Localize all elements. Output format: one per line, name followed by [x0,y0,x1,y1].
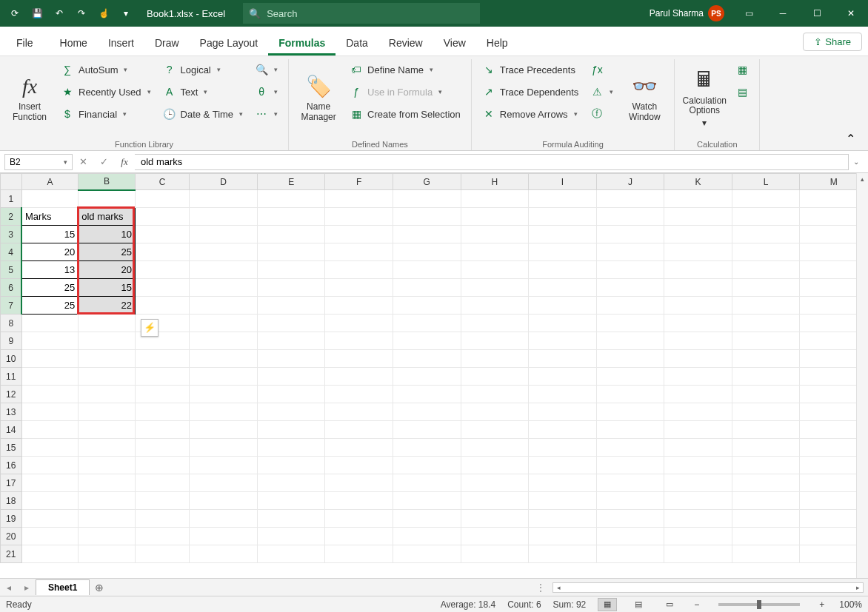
search-box[interactable]: 🔍 Search [243,3,480,24]
column-header-H[interactable]: H [461,174,529,190]
column-header-G[interactable]: G [393,174,461,190]
cell-E15[interactable] [257,439,325,457]
cell-C6[interactable] [135,279,189,297]
cell-D16[interactable] [190,457,258,474]
column-header-F[interactable]: F [325,174,393,190]
cell-A16[interactable] [21,457,79,474]
cell-G7[interactable] [393,297,461,315]
cell-I5[interactable] [529,261,597,279]
column-header-C[interactable]: C [135,174,189,190]
cell-D12[interactable] [190,386,258,403]
cell-G19[interactable] [393,510,461,528]
cell-G4[interactable] [393,243,461,261]
cell-B11[interactable] [79,368,136,386]
cell-K7[interactable] [664,297,732,315]
cell-J21[interactable] [596,545,664,563]
cell-H1[interactable] [461,190,529,208]
cell-H20[interactable] [461,528,529,545]
cell-H17[interactable] [461,474,529,492]
cell-F9[interactable] [325,332,393,350]
cell-J19[interactable] [596,510,664,528]
insert-function-button[interactable]: fx Insert Function [6,59,53,137]
column-header-D[interactable]: D [190,174,258,190]
cell-K20[interactable] [664,528,732,545]
cell-A10[interactable] [21,350,79,368]
cell-A4[interactable]: 20 [21,243,79,261]
cell-I19[interactable] [529,510,597,528]
cell-D18[interactable] [190,492,258,510]
define-name-button[interactable]: 🏷Define Name▾ [345,59,465,80]
cell-E14[interactable] [257,421,325,439]
cell-L10[interactable] [732,350,800,368]
cell-C19[interactable] [135,510,189,528]
spreadsheet-grid[interactable]: ABCDEFGHIJKLM12Marksold marks31510420255… [0,173,868,563]
cell-A14[interactable] [21,421,79,439]
cell-C18[interactable] [135,492,189,510]
cell-D17[interactable] [190,474,258,492]
column-header-I[interactable]: I [529,174,597,190]
cell-A8[interactable] [21,315,79,332]
cell-H7[interactable] [461,297,529,315]
math-button[interactable]: θ▾ [250,81,282,102]
lookup-button[interactable]: 🔍▾ [250,59,282,80]
cell-I6[interactable] [529,279,597,297]
cell-G10[interactable] [393,350,461,368]
cell-A3[interactable]: 15 [21,226,79,243]
row-header-15[interactable]: 15 [1,439,22,457]
cell-G14[interactable] [393,421,461,439]
column-header-B[interactable]: B [79,174,136,190]
zoom-out-button[interactable]: − [691,599,702,610]
cell-A5[interactable]: 13 [21,261,79,279]
cell-E6[interactable] [257,279,325,297]
quick-analysis-icon[interactable]: ⚡ [141,319,158,337]
sheet-divider[interactable]: ⋮ [536,582,547,593]
recently-used-button[interactable]: ★Recently Used▾ [56,81,156,102]
cell-G18[interactable] [393,492,461,510]
cell-A17[interactable] [21,474,79,492]
column-header-E[interactable]: E [257,174,325,190]
cell-K13[interactable] [664,403,732,421]
cell-K1[interactable] [664,190,732,208]
cell-E3[interactable] [257,226,325,243]
cell-I20[interactable] [529,528,597,545]
cell-B6[interactable]: 15 [79,279,136,297]
cell-F11[interactable] [325,368,393,386]
show-formulas-button[interactable]: ƒx [586,59,618,80]
cell-C2[interactable] [135,208,189,226]
cell-B5[interactable]: 20 [79,261,136,279]
cell-J2[interactable] [596,208,664,226]
calculation-options-button[interactable]: 🖩 Calculation Options▾ [681,59,728,137]
cell-I12[interactable] [529,386,597,403]
cell-E18[interactable] [257,492,325,510]
cell-I16[interactable] [529,457,597,474]
user-account[interactable]: Parul Sharma PS [642,5,732,21]
cell-H14[interactable] [461,421,529,439]
namebox-dropdown-icon[interactable]: ▾ [64,158,67,166]
cell-K6[interactable] [664,279,732,297]
cell-H21[interactable] [461,545,529,563]
trace-dependents-button[interactable]: ↗Trace Dependents [478,81,583,102]
tab-help[interactable]: Help [476,31,518,56]
cell-C10[interactable] [135,350,189,368]
cell-E12[interactable] [257,386,325,403]
cell-E13[interactable] [257,403,325,421]
cell-L11[interactable] [732,368,800,386]
maximize-button[interactable]: ☐ [800,0,834,27]
cell-G8[interactable] [393,315,461,332]
cell-E21[interactable] [257,545,325,563]
cell-B21[interactable] [79,545,136,563]
cell-C20[interactable] [135,528,189,545]
row-header-13[interactable]: 13 [1,403,22,421]
cell-F17[interactable] [325,474,393,492]
cell-E10[interactable] [257,350,325,368]
cell-I9[interactable] [529,332,597,350]
cell-J14[interactable] [596,421,664,439]
cell-B12[interactable] [79,386,136,403]
view-page-break-icon[interactable]: ▭ [660,598,679,611]
cell-E4[interactable] [257,243,325,261]
sheet-nav-next-icon[interactable]: ▸ [18,582,36,593]
cell-A21[interactable] [21,545,79,563]
cell-J8[interactable] [596,315,664,332]
row-header-19[interactable]: 19 [1,510,22,528]
cell-B8[interactable] [79,315,136,332]
